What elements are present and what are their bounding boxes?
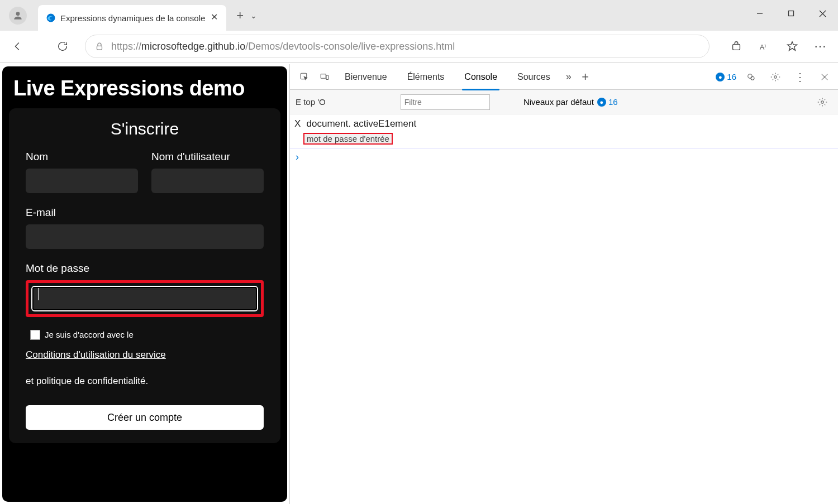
svg-point-12 — [748, 74, 753, 78]
tab-strip: Expressions dynamiques de la console ✕ +… — [0, 0, 838, 31]
inspect-icon[interactable] — [294, 67, 315, 87]
url-text: https://microsoftedge.github.io/Demos/de… — [111, 41, 455, 52]
feedback-icon[interactable] — [741, 67, 761, 87]
menu-button[interactable]: ⋯ — [808, 34, 832, 59]
refresh-button[interactable] — [50, 34, 75, 59]
svg-point-0 — [16, 12, 20, 16]
shopping-icon[interactable] — [724, 34, 749, 59]
issues-badge[interactable]: ● 16 — [716, 72, 736, 81]
name-input[interactable] — [26, 169, 138, 193]
tos-agree-text: Je suis d'accord avec le — [45, 327, 134, 342]
devtools-tabstrip: Bienvenue Éléments Console Sources » + ●… — [290, 64, 838, 90]
log-levels-selector[interactable]: Niveaux par défaut ●16 — [523, 97, 618, 107]
devtools-panel: Bienvenue Éléments Console Sources » + ●… — [289, 64, 838, 504]
filter-input[interactable] — [401, 94, 490, 110]
tab-sources[interactable]: Sources — [507, 64, 560, 90]
signup-card: S'inscrire Nom Nom d'utilisateur E-mail … — [9, 108, 280, 443]
profile-button[interactable] — [9, 7, 27, 25]
tab-elements[interactable]: Éléments — [397, 64, 455, 90]
tos-link[interactable]: Conditions d'utilisation du service — [26, 347, 166, 364]
page-title: Live Expressions demo — [9, 74, 280, 108]
browser-tab[interactable]: Expressions dynamiques de la console ✕ — [38, 5, 226, 31]
svg-rect-11 — [326, 75, 328, 80]
svg-rect-6 — [97, 46, 102, 50]
lock-icon — [94, 41, 104, 51]
svg-point-14 — [774, 75, 777, 78]
username-label: Nom d'utilisateur — [151, 151, 264, 163]
device-icon[interactable] — [315, 67, 335, 87]
favorite-icon[interactable] — [780, 34, 804, 59]
new-tab-button[interactable]: + — [232, 6, 248, 25]
browser-chrome: Expressions dynamiques de la console ✕ +… — [0, 0, 838, 63]
tab-console[interactable]: Console — [454, 64, 507, 90]
live-expression-text[interactable]: document. activeE1ement — [307, 118, 417, 129]
svg-rect-7 — [733, 44, 740, 50]
settings-icon[interactable] — [765, 67, 785, 87]
read-aloud-icon[interactable]: A⁾ — [752, 34, 777, 59]
demo-page: Live Expressions demo S'inscrire Nom Nom… — [2, 66, 287, 502]
url-box[interactable]: https://microsoftedge.github.io/Demos/de… — [85, 35, 710, 58]
more-tabs-icon[interactable]: » — [560, 71, 577, 83]
address-bar: https://microsoftedge.github.io/Demos/de… — [0, 31, 838, 62]
console-filter-bar: E top 'O Niveaux par défaut ●16 — [290, 90, 838, 114]
svg-rect-10 — [321, 74, 326, 78]
console-prompt[interactable]: › — [290, 148, 838, 165]
back-button[interactable] — [6, 34, 30, 59]
window-controls — [744, 0, 838, 27]
tab-dropdown-icon[interactable]: ⌄ — [250, 11, 257, 20]
user-icon — [12, 10, 23, 21]
password-highlight — [26, 280, 264, 317]
svg-point-17 — [821, 100, 824, 103]
tos-checkbox[interactable] — [30, 330, 40, 340]
tab-welcome[interactable]: Bienvenue — [335, 64, 397, 90]
tab-close-icon[interactable]: ✕ — [210, 13, 218, 22]
context-selector[interactable]: E top 'O — [296, 97, 326, 107]
submit-button[interactable]: Créer un compte — [26, 405, 264, 430]
svg-rect-3 — [789, 11, 794, 16]
maximize-button[interactable] — [775, 0, 807, 27]
email-label: E-mail — [26, 207, 264, 219]
name-label: Nom — [26, 151, 138, 163]
minimize-button[interactable] — [744, 0, 775, 27]
live-expression-remove[interactable]: X — [294, 118, 301, 129]
devtools-menu-icon[interactable]: ⋮ — [790, 67, 810, 87]
chevron-right-icon: › — [296, 151, 299, 162]
close-window-button[interactable] — [807, 0, 838, 27]
svg-point-13 — [751, 76, 754, 80]
live-expression-block: X document. activeE1ement mot de passe d… — [290, 114, 838, 148]
add-tab-icon[interactable]: + — [577, 70, 594, 84]
card-title: S'inscrire — [26, 119, 264, 138]
email-input[interactable] — [26, 224, 264, 249]
username-input[interactable] — [151, 169, 264, 193]
tab-title: Expressions dynamiques de la console — [60, 13, 205, 23]
console-settings-icon[interactable] — [812, 92, 832, 112]
tos-remainder: et politique de confidentialité. — [26, 373, 148, 390]
password-label: Mot de passe — [26, 262, 264, 275]
password-input[interactable] — [31, 286, 258, 311]
devtools-close-icon[interactable] — [815, 67, 835, 87]
svg-text:A⁾: A⁾ — [760, 43, 766, 51]
edge-icon — [46, 13, 56, 23]
live-expression-result: mot de passe d'entrée — [303, 133, 393, 145]
issues-bubble-icon: ● — [716, 73, 725, 81]
